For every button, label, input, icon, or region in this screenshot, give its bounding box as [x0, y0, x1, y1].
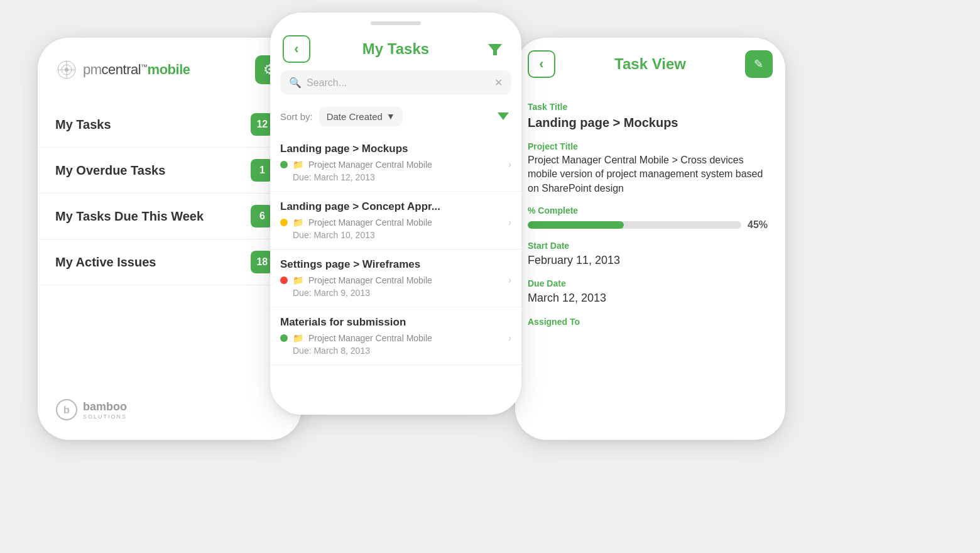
dropdown-arrow-icon: ▼: [386, 111, 395, 121]
chevron-right-icon: ›: [508, 159, 511, 170]
start-date-value: February 11, 2013: [528, 253, 773, 268]
menu-item-label: My Active Issues: [55, 255, 156, 270]
status-dot-yellow: [280, 219, 288, 226]
svg-marker-7: [488, 44, 502, 55]
task-title: Landing page > Mockups: [280, 143, 511, 155]
menu-item-overdue-tasks[interactable]: My Overdue Tasks 1 ›: [38, 148, 302, 194]
project-title-value: Project Manager Central Mobile > Cross d…: [528, 153, 773, 195]
task-due: Due: March 10, 2013: [280, 230, 511, 240]
filter-icon: [486, 40, 504, 58]
svg-text:b: b: [63, 405, 70, 415]
menu-item-label: My Tasks Due This Week: [55, 209, 204, 224]
due-date-label: Due Date: [528, 278, 773, 288]
task-list: Landing page > Mockups 📁 Project Manager…: [270, 134, 521, 365]
progress-bar-bg: [528, 221, 741, 229]
sort-dropdown[interactable]: Date Created ▼: [319, 107, 403, 126]
status-dot-green: [280, 334, 288, 342]
task-project: Project Manager Central Mobile: [308, 217, 503, 227]
back-icon: ‹: [539, 56, 543, 72]
phone-task-view: ‹ Task View ✎ Task Title Landing page > …: [515, 38, 785, 440]
sort-bar: Sort by: Date Created ▼: [270, 104, 521, 134]
folder-icon: 📁: [293, 160, 303, 170]
folder-icon: 📁: [293, 333, 303, 343]
filter-button[interactable]: [481, 35, 509, 63]
task-meta: 📁 Project Manager Central Mobile ›: [280, 159, 511, 170]
edit-button[interactable]: ✎: [745, 50, 773, 78]
bamboo-logo-icon: b: [55, 398, 78, 421]
search-clear-icon[interactable]: ✕: [494, 77, 503, 89]
chevron-right-icon: ›: [508, 332, 511, 344]
task-title: Materials for submission: [280, 316, 511, 329]
menu-item-label: My Tasks: [55, 118, 111, 132]
task-due: Due: March 9, 2013: [280, 288, 511, 298]
chevron-right-icon: ›: [508, 275, 511, 286]
task-item-1[interactable]: Landing page > Mockups 📁 Project Manager…: [270, 134, 521, 192]
task-title-label: Task Title: [528, 102, 773, 112]
menu-item-due-this-week[interactable]: My Tasks Due This Week 6 ›: [38, 194, 302, 239]
task-view-body: Task Title Landing page > Mockups Projec…: [515, 87, 785, 334]
logo-icon: [55, 58, 78, 81]
svg-point-4: [65, 68, 68, 72]
sort-value: Date Created: [327, 111, 383, 122]
back-button[interactable]: ‹: [283, 35, 310, 63]
task-item-2[interactable]: Landing page > Concept Appr... 📁 Project…: [270, 192, 521, 249]
start-date-label: Start Date: [528, 241, 773, 251]
bamboo-name: bamboo: [83, 400, 127, 413]
back-icon: ‹: [294, 41, 298, 57]
task-due: Due: March 12, 2013: [280, 172, 511, 182]
task-title-value: Landing page > Mockups: [528, 114, 773, 131]
menu-item-active-issues[interactable]: My Active Issues 18 ›: [38, 239, 302, 285]
task-title: Landing page > Concept Appr...: [280, 200, 511, 213]
menu-item-label: My Overdue Tasks: [55, 163, 165, 178]
task-meta: 📁 Project Manager Central Mobile ›: [280, 332, 511, 344]
back-button[interactable]: ‹: [528, 50, 555, 78]
menu-item-my-tasks[interactable]: My Tasks 12 ›: [38, 102, 302, 148]
bamboo-text: bamboo solutions: [83, 400, 127, 420]
chevron-right-icon: ›: [508, 217, 511, 228]
search-bar: 🔍 Search... ✕: [280, 70, 511, 95]
status-dot-red: [280, 276, 288, 284]
folder-icon: 📁: [293, 217, 303, 227]
assigned-to-label: Assigned To: [528, 317, 773, 327]
task-meta: 📁 Project Manager Central Mobile ›: [280, 275, 511, 286]
sort-label: Sort by:: [280, 111, 313, 122]
svg-marker-8: [498, 112, 509, 120]
progress-bar-fill: [528, 221, 624, 229]
task-meta: 📁 Project Manager Central Mobile ›: [280, 217, 511, 228]
status-dot-green: [280, 161, 288, 168]
logo-area: pmcentral™mobile: [55, 58, 190, 81]
task-project: Project Manager Central Mobile: [308, 333, 503, 343]
search-input[interactable]: Search...: [307, 77, 489, 89]
due-date-value: March 12, 2013: [528, 290, 773, 306]
screen-title: My Tasks: [362, 40, 429, 58]
task-project: Project Manager Central Mobile: [308, 275, 503, 285]
phone1-header: pmcentral™mobile ⚙: [38, 38, 302, 96]
phone-tasks-list: ‹ My Tasks 🔍 Search... ✕ Sort by: Date C…: [270, 13, 521, 415]
phone3-header: ‹ Task View ✎: [515, 38, 785, 87]
task-due: Due: March 8, 2013: [280, 346, 511, 356]
bamboo-logo: b bamboo solutions: [55, 398, 127, 421]
edit-icon: ✎: [754, 57, 763, 71]
progress-container: 45%: [528, 219, 773, 231]
task-title: Settings page > Wireframes: [280, 258, 511, 271]
task-view-title: Task View: [614, 55, 686, 73]
phone2-header: ‹ My Tasks: [270, 25, 521, 70]
search-icon: 🔍: [289, 77, 302, 89]
bamboo-sub: solutions: [83, 413, 127, 420]
folder-icon: 📁: [293, 275, 303, 285]
task-project: Project Manager Central Mobile: [308, 160, 503, 170]
pct-complete-label: % Complete: [528, 205, 773, 216]
task-item-3[interactable]: Settings page > Wireframes 📁 Project Man…: [270, 249, 521, 307]
menu-list: My Tasks 12 › My Overdue Tasks 1 › My Ta…: [38, 96, 302, 292]
project-title-label: Project Title: [528, 141, 773, 151]
sort-order-button[interactable]: [495, 106, 511, 126]
task-item-4[interactable]: Materials for submission 📁 Project Manag…: [270, 307, 521, 365]
logo-text: pmcentral™mobile: [83, 62, 190, 78]
phone1-footer: b bamboo solutions: [55, 398, 127, 421]
sort-desc-icon: [495, 106, 511, 123]
phone-menu: pmcentral™mobile ⚙ My Tasks 12 › My Over…: [38, 38, 302, 440]
progress-pct: 45%: [748, 219, 773, 231]
